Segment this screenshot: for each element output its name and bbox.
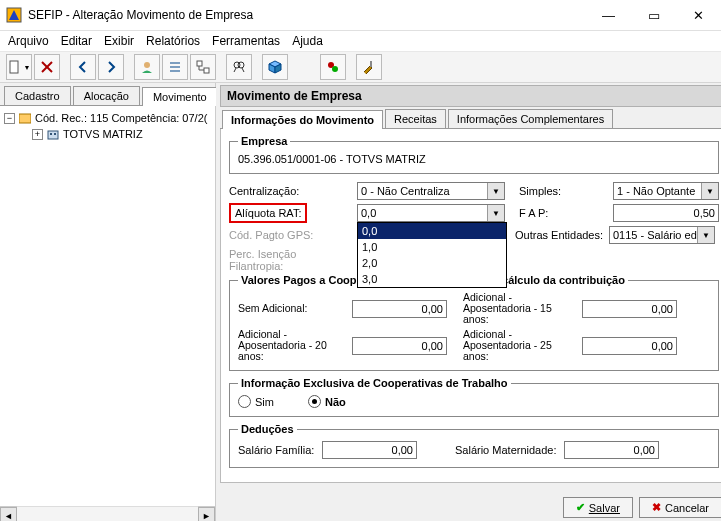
toolbar-delete[interactable] xyxy=(34,54,60,80)
toolbar-cube[interactable] xyxy=(262,54,288,80)
itab-info[interactable]: Informações do Movimento xyxy=(222,110,383,129)
close-button[interactable]: ✕ xyxy=(676,0,721,30)
menu-arquivo[interactable]: Arquivo xyxy=(8,34,49,48)
menu-exibir[interactable]: Exibir xyxy=(104,34,134,48)
aliquota-dropdown[interactable]: 0,0 1,0 2,0 3,0 xyxy=(357,222,507,288)
dropdown-option-1[interactable]: 1,0 xyxy=(358,239,506,255)
check-icon: ✔ xyxy=(576,501,585,514)
itab-receitas[interactable]: Receitas xyxy=(385,109,446,128)
legend-infoexcl: Informação Exclusiva de Cooperativas de … xyxy=(238,377,511,389)
scroll-left[interactable]: ◄ xyxy=(0,507,17,521)
chevron-down-icon[interactable]: ▼ xyxy=(487,183,504,199)
legend-empresa: Empresa xyxy=(238,135,290,147)
select-aliquota[interactable]: 0,0 ▼ xyxy=(357,204,505,222)
radio-nao[interactable]: Não xyxy=(308,395,346,408)
select-simples[interactable]: 1 - Não Optante ▼ xyxy=(613,182,719,200)
input-sal-familia[interactable] xyxy=(322,441,417,459)
left-pane: Cadastro Alocação Movimento − Cód. Rec.:… xyxy=(0,83,216,521)
app-icon xyxy=(6,7,22,23)
titlebar: SEFIP - Alteração Movimento de Empresa —… xyxy=(0,0,721,31)
form-area: Empresa 05.396.051/0001-06 - TOTVS MATRI… xyxy=(220,129,721,483)
radio-sim-label: Sim xyxy=(255,396,274,408)
tab-movimento[interactable]: Movimento xyxy=(142,87,218,106)
dropdown-option-0[interactable]: 0,0 xyxy=(358,223,506,239)
tree[interactable]: − Cód. Rec.: 115 Competência: 07/2( + TO… xyxy=(0,106,215,506)
main: Cadastro Alocação Movimento − Cód. Rec.:… xyxy=(0,83,721,521)
menu-ferramentas[interactable]: Ferramentas xyxy=(212,34,280,48)
cancel-button[interactable]: ✖ Cancelar xyxy=(639,497,721,518)
toolbar-list[interactable] xyxy=(162,54,188,80)
svg-rect-18 xyxy=(48,131,58,139)
radio-sim[interactable]: Sim xyxy=(238,395,274,408)
select-outras[interactable]: 0115 - Salário educ ▼ xyxy=(609,226,715,244)
lbl-centralizacao: Centralização: xyxy=(229,185,353,197)
toolbar-settings[interactable] xyxy=(320,54,346,80)
input-fap[interactable] xyxy=(613,204,719,222)
toolbar-tree[interactable] xyxy=(190,54,216,80)
chevron-down-icon[interactable]: ▼ xyxy=(701,183,718,199)
window-title: SEFIP - Alteração Movimento de Empresa xyxy=(28,8,586,22)
menu-editar[interactable]: Editar xyxy=(61,34,92,48)
right-pane: Movimento de Empresa Informações do Movi… xyxy=(216,83,721,521)
input-sem-adicional[interactable] xyxy=(352,300,447,318)
minimize-button[interactable]: — xyxy=(586,0,631,30)
svg-line-12 xyxy=(234,68,236,72)
lbl-ad25: Adicional - Aposentadoria - 25 anos: xyxy=(463,329,578,362)
svg-rect-20 xyxy=(54,133,56,135)
tab-alocacao[interactable]: Alocação xyxy=(73,86,140,105)
legend-deducoes: Deduções xyxy=(238,423,297,435)
cancel-label: Cancelar xyxy=(665,502,709,514)
input-sal-mat[interactable] xyxy=(564,441,659,459)
menu-ajuda[interactable]: Ajuda xyxy=(292,34,323,48)
save-label: Salvar xyxy=(589,502,620,514)
input-ad25[interactable] xyxy=(582,337,677,355)
svg-rect-19 xyxy=(50,133,52,135)
input-ad15[interactable] xyxy=(582,300,677,318)
toolbar-back[interactable] xyxy=(70,54,96,80)
fieldset-deducoes: Deduções Salário Família: Salário Matern… xyxy=(229,423,719,468)
svg-point-11 xyxy=(238,62,244,68)
tab-cadastro[interactable]: Cadastro xyxy=(4,86,71,105)
toolbar xyxy=(0,52,721,83)
lbl-sal-familia: Salário Família: xyxy=(238,444,318,456)
tree-hscroll[interactable]: ◄ ► xyxy=(0,506,215,521)
tree-child-label: TOTVS MATRIZ xyxy=(63,128,143,140)
tree-child[interactable]: + TOTVS MATRIZ xyxy=(32,126,211,142)
lbl-ad15: Adicional - Aposentadoria - 15 anos: xyxy=(463,292,578,325)
collapse-icon[interactable]: − xyxy=(4,113,15,124)
tree-root[interactable]: − Cód. Rec.: 115 Competência: 07/2( xyxy=(4,110,211,126)
aliquota-value: 0,0 xyxy=(361,207,487,219)
expand-icon[interactable]: + xyxy=(32,129,43,140)
toolbar-user[interactable] xyxy=(134,54,160,80)
dropdown-option-2[interactable]: 2,0 xyxy=(358,255,506,271)
fieldset-empresa: Empresa 05.396.051/0001-06 - TOTVS MATRI… xyxy=(229,135,719,174)
itab-compl[interactable]: Informações Complementares xyxy=(448,109,613,128)
inner-tabs: Informações do Movimento Receitas Inform… xyxy=(220,109,721,129)
empresa-value: 05.396.051/0001-06 - TOTVS MATRIZ xyxy=(238,151,710,167)
svg-rect-8 xyxy=(197,61,202,66)
svg-rect-9 xyxy=(204,68,209,73)
chevron-down-icon[interactable]: ▼ xyxy=(697,227,714,243)
svg-rect-16 xyxy=(370,61,372,67)
folder-icon xyxy=(19,112,31,124)
menubar: Arquivo Editar Exibir Relatórios Ferrame… xyxy=(0,31,721,52)
chevron-down-icon[interactable]: ▼ xyxy=(487,205,504,221)
input-ad20[interactable] xyxy=(352,337,447,355)
radio-icon xyxy=(308,395,321,408)
scroll-track[interactable] xyxy=(17,506,198,521)
menu-relatorios[interactable]: Relatórios xyxy=(146,34,200,48)
radio-icon xyxy=(238,395,251,408)
toolbar-find[interactable] xyxy=(226,54,252,80)
scroll-right[interactable]: ► xyxy=(198,507,215,521)
toolbar-tools[interactable] xyxy=(356,54,382,80)
lbl-simples: Simples: xyxy=(519,185,609,197)
fieldset-infoexcl: Informação Exclusiva de Cooperativas de … xyxy=(229,377,719,417)
save-button[interactable]: ✔ Salvar xyxy=(563,497,633,518)
centralizacao-value: 0 - Não Centraliza xyxy=(361,185,487,197)
toolbar-forward[interactable] xyxy=(98,54,124,80)
company-icon xyxy=(47,128,59,140)
dropdown-option-3[interactable]: 3,0 xyxy=(358,271,506,287)
select-centralizacao[interactable]: 0 - Não Centraliza ▼ xyxy=(357,182,505,200)
maximize-button[interactable]: ▭ xyxy=(631,0,676,30)
toolbar-new[interactable] xyxy=(6,54,32,80)
